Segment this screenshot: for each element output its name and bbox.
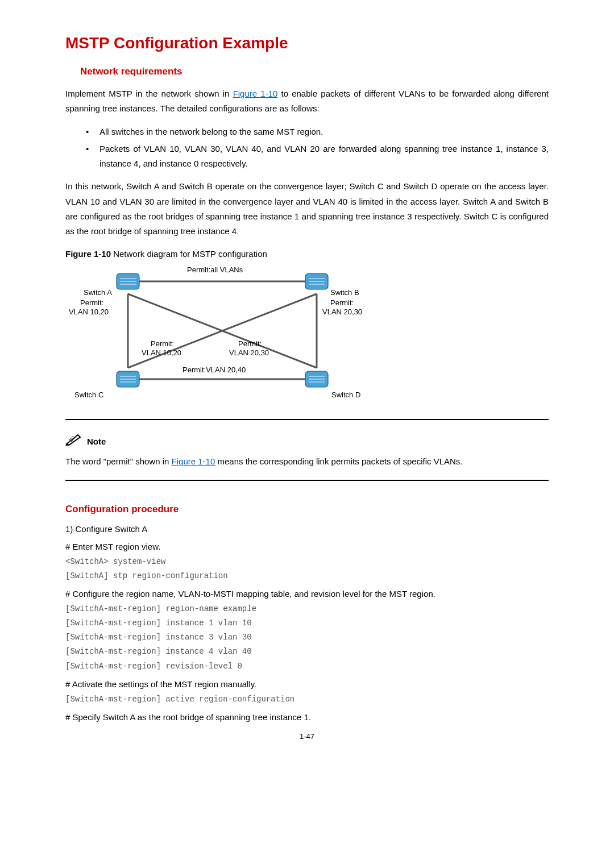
diagram-label-switch-c: Switch C bbox=[74, 391, 103, 400]
config-desc: # Enter MST region view. bbox=[65, 542, 549, 551]
diagram-label-switch-a: Switch A bbox=[84, 288, 112, 297]
diagram-label-permit-bottom: Permit:VLAN 20,40 bbox=[182, 366, 246, 375]
diagram-label-permit-tr1: Permit: bbox=[330, 298, 354, 308]
code-block: <SwitchA> system-view [SwitchA] stp regi… bbox=[65, 555, 549, 583]
divider bbox=[65, 419, 549, 420]
diagram-label-permit-dr1: Permit: bbox=[238, 339, 262, 348]
figure-caption-bold: Figure 1-10 bbox=[65, 249, 111, 259]
code-block: [SwitchA-mst-region] active region-confi… bbox=[65, 692, 549, 707]
intro-p2: In this network, Switch A and Switch B o… bbox=[65, 179, 549, 239]
figure-link[interactable]: Figure 1-10 bbox=[233, 89, 278, 98]
diagram-label-permit-dl2: VLAN 10,20 bbox=[142, 348, 181, 358]
bullet-list: All switches in the network belong to th… bbox=[65, 124, 549, 172]
figure-caption-rest: Network diagram for MSTP configuration bbox=[111, 249, 267, 259]
note-text: The word "permit" shown in Figure 1-10 m… bbox=[65, 454, 549, 469]
diagram-label-permit-dr2: VLAN 20,30 bbox=[229, 348, 269, 358]
note-block: Note The word "permit" shown in Figure 1… bbox=[65, 433, 549, 469]
intro-p1: Implement MSTP in the network shown in F… bbox=[65, 86, 549, 117]
config-desc: # Specify Switch A as the root bridge of… bbox=[65, 712, 549, 722]
list-item: Packets of VLAN 10, VLAN 30, VLAN 40, an… bbox=[99, 142, 549, 172]
diagram-label-permit-tl2: VLAN 10,20 bbox=[69, 308, 109, 317]
page-number: 1-47 bbox=[65, 732, 549, 741]
section-config-proc: Configuration procedure bbox=[65, 504, 549, 515]
figure-caption: Figure 1-10 Network diagram for MSTP con… bbox=[65, 249, 549, 259]
list-item: All switches in the network belong to th… bbox=[99, 124, 549, 139]
note-icon bbox=[65, 433, 82, 446]
note-label: Note bbox=[87, 437, 106, 446]
figure-link[interactable]: Figure 1-10 bbox=[172, 456, 215, 466]
diagram-label-switch-b: Switch B bbox=[330, 288, 359, 297]
text-span: Implement MSTP in the network shown in bbox=[65, 89, 233, 98]
network-diagram: Permit:all VLANs Switch A Switch B Permi… bbox=[69, 265, 376, 402]
text-span: means the corresponding link permits pac… bbox=[215, 456, 462, 466]
diagram-label-permit-tl1: Permit: bbox=[80, 298, 103, 308]
config-desc: # Activate the settings of the MST regio… bbox=[65, 679, 549, 689]
diagram-label-switch-d: Switch D bbox=[331, 391, 360, 400]
divider bbox=[65, 480, 549, 481]
diagram-label-permit-tr2: VLAN 20,30 bbox=[322, 308, 362, 317]
section-network-req: Network requirements bbox=[65, 66, 549, 77]
page-title: MSTP Configuration Example bbox=[65, 34, 549, 52]
diagram-label-permit-dl1: Permit: bbox=[151, 339, 174, 348]
text-span: The word "permit" shown in bbox=[65, 456, 172, 466]
config-desc: # Configure the region name, VLAN-to-MST… bbox=[65, 589, 549, 599]
diagram-label-permit-all: Permit:all VLANs bbox=[187, 265, 243, 275]
config-step-1: 1) Configure Switch A bbox=[65, 524, 549, 534]
code-block: [SwitchA-mst-region] region-name example… bbox=[65, 602, 549, 674]
